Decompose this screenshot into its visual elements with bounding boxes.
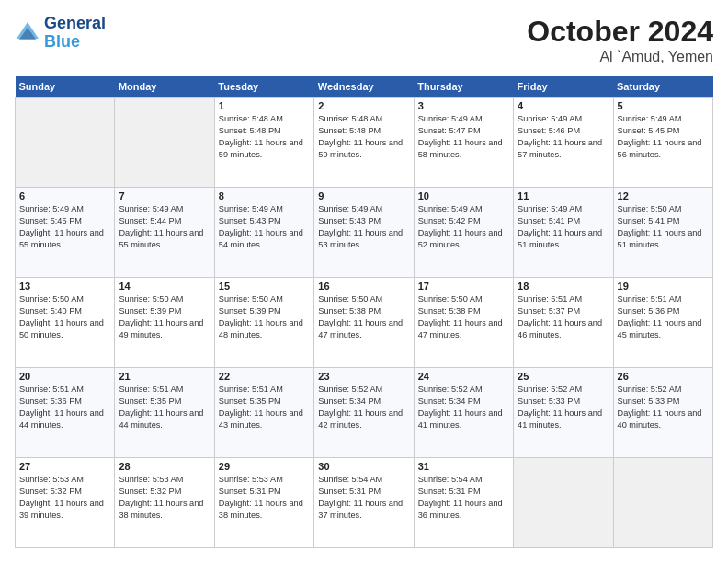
day-info: Sunrise: 5:53 AM Sunset: 5:32 PM Dayligh…	[19, 474, 110, 522]
day-info: Sunrise: 5:53 AM Sunset: 5:32 PM Dayligh…	[119, 474, 210, 522]
day-info: Sunrise: 5:54 AM Sunset: 5:31 PM Dayligh…	[318, 474, 409, 522]
weekday-header-monday: Monday	[115, 76, 214, 98]
calendar-cell: 8Sunrise: 5:49 AM Sunset: 5:43 PM Daylig…	[214, 188, 313, 278]
day-info: Sunrise: 5:49 AM Sunset: 5:47 PM Dayligh…	[418, 113, 509, 161]
day-info: Sunrise: 5:49 AM Sunset: 5:46 PM Dayligh…	[518, 113, 609, 161]
day-info: Sunrise: 5:49 AM Sunset: 5:41 PM Dayligh…	[518, 203, 609, 251]
weekday-header-friday: Friday	[514, 76, 613, 98]
page: GeneralBlue October 2024 Al `Amud, Yemen…	[0, 0, 728, 563]
day-number: 14	[119, 281, 210, 292]
calendar-cell: 4Sunrise: 5:49 AM Sunset: 5:46 PM Daylig…	[514, 98, 613, 188]
day-info: Sunrise: 5:49 AM Sunset: 5:45 PM Dayligh…	[19, 203, 110, 251]
calendar-cell: 11Sunrise: 5:49 AM Sunset: 5:41 PM Dayli…	[514, 188, 613, 278]
calendar-cell: 13Sunrise: 5:50 AM Sunset: 5:40 PM Dayli…	[16, 278, 115, 368]
calendar-cell: 20Sunrise: 5:51 AM Sunset: 5:36 PM Dayli…	[16, 368, 115, 458]
day-number: 8	[219, 190, 310, 201]
day-number: 17	[418, 281, 509, 292]
day-info: Sunrise: 5:49 AM Sunset: 5:44 PM Dayligh…	[119, 203, 210, 251]
day-number: 12	[618, 190, 709, 201]
day-info: Sunrise: 5:51 AM Sunset: 5:35 PM Dayligh…	[219, 384, 310, 431]
day-number: 30	[318, 461, 409, 472]
day-number: 21	[119, 371, 210, 382]
day-info: Sunrise: 5:52 AM Sunset: 5:34 PM Dayligh…	[418, 384, 509, 431]
day-info: Sunrise: 5:48 AM Sunset: 5:48 PM Dayligh…	[219, 113, 310, 161]
calendar-week-row: 27Sunrise: 5:53 AM Sunset: 5:32 PM Dayli…	[16, 458, 713, 548]
calendar-cell: 16Sunrise: 5:50 AM Sunset: 5:38 PM Dayli…	[314, 278, 414, 368]
calendar-cell	[115, 98, 214, 188]
day-number: 1	[219, 100, 310, 111]
logo: GeneralBlue	[15, 15, 106, 52]
logo-line2: Blue	[44, 32, 80, 51]
calendar-cell: 22Sunrise: 5:51 AM Sunset: 5:35 PM Dayli…	[214, 368, 313, 458]
calendar-week-row: 1Sunrise: 5:48 AM Sunset: 5:48 PM Daylig…	[16, 98, 713, 188]
weekday-header-row: SundayMondayTuesdayWednesdayThursdayFrid…	[16, 76, 713, 98]
day-number: 15	[219, 281, 310, 292]
calendar-cell	[613, 458, 712, 548]
calendar-week-row: 13Sunrise: 5:50 AM Sunset: 5:40 PM Dayli…	[16, 278, 713, 368]
calendar-cell: 2Sunrise: 5:48 AM Sunset: 5:48 PM Daylig…	[314, 98, 414, 188]
day-number: 18	[518, 281, 609, 292]
weekday-header-tuesday: Tuesday	[214, 76, 313, 98]
calendar-cell: 27Sunrise: 5:53 AM Sunset: 5:32 PM Dayli…	[16, 458, 115, 548]
day-number: 22	[219, 371, 310, 382]
day-info: Sunrise: 5:50 AM Sunset: 5:41 PM Dayligh…	[618, 203, 709, 251]
day-info: Sunrise: 5:53 AM Sunset: 5:31 PM Dayligh…	[219, 474, 310, 522]
calendar-cell: 7Sunrise: 5:49 AM Sunset: 5:44 PM Daylig…	[115, 188, 214, 278]
calendar-cell: 26Sunrise: 5:52 AM Sunset: 5:33 PM Dayli…	[613, 368, 712, 458]
weekday-header-saturday: Saturday	[613, 76, 712, 98]
calendar-cell: 24Sunrise: 5:52 AM Sunset: 5:34 PM Dayli…	[414, 368, 513, 458]
day-number: 24	[418, 371, 509, 382]
day-number: 13	[19, 281, 110, 292]
calendar-cell: 30Sunrise: 5:54 AM Sunset: 5:31 PM Dayli…	[314, 458, 414, 548]
calendar-cell	[16, 98, 115, 188]
calendar-cell: 1Sunrise: 5:48 AM Sunset: 5:48 PM Daylig…	[214, 98, 313, 188]
calendar-cell: 5Sunrise: 5:49 AM Sunset: 5:45 PM Daylig…	[613, 98, 712, 188]
calendar-cell: 25Sunrise: 5:52 AM Sunset: 5:33 PM Dayli…	[514, 368, 613, 458]
calendar-title: October 2024	[527, 15, 713, 49]
calendar-cell: 28Sunrise: 5:53 AM Sunset: 5:32 PM Dayli…	[115, 458, 214, 548]
day-number: 27	[19, 461, 110, 472]
day-number: 23	[318, 371, 409, 382]
calendar-cell: 19Sunrise: 5:51 AM Sunset: 5:36 PM Dayli…	[613, 278, 712, 368]
day-info: Sunrise: 5:50 AM Sunset: 5:40 PM Dayligh…	[19, 293, 110, 341]
calendar-cell: 10Sunrise: 5:49 AM Sunset: 5:42 PM Dayli…	[414, 188, 513, 278]
day-number: 4	[518, 100, 609, 111]
day-info: Sunrise: 5:52 AM Sunset: 5:33 PM Dayligh…	[518, 384, 609, 431]
calendar-cell: 21Sunrise: 5:51 AM Sunset: 5:35 PM Dayli…	[115, 368, 214, 458]
logo-text: GeneralBlue	[44, 15, 106, 52]
day-number: 7	[119, 190, 210, 201]
calendar-table: SundayMondayTuesdayWednesdayThursdayFrid…	[15, 76, 713, 548]
day-info: Sunrise: 5:50 AM Sunset: 5:38 PM Dayligh…	[318, 293, 409, 341]
day-info: Sunrise: 5:50 AM Sunset: 5:39 PM Dayligh…	[119, 293, 210, 341]
weekday-header-wednesday: Wednesday	[314, 76, 414, 98]
day-info: Sunrise: 5:49 AM Sunset: 5:43 PM Dayligh…	[219, 203, 310, 251]
weekday-header-sunday: Sunday	[16, 76, 115, 98]
day-info: Sunrise: 5:49 AM Sunset: 5:45 PM Dayligh…	[618, 113, 709, 161]
day-number: 16	[318, 281, 409, 292]
day-number: 11	[518, 190, 609, 201]
title-block: October 2024 Al `Amud, Yemen	[527, 15, 713, 65]
calendar-cell: 12Sunrise: 5:50 AM Sunset: 5:41 PM Dayli…	[613, 188, 712, 278]
day-info: Sunrise: 5:51 AM Sunset: 5:37 PM Dayligh…	[518, 293, 609, 341]
day-info: Sunrise: 5:52 AM Sunset: 5:34 PM Dayligh…	[318, 384, 409, 431]
day-number: 31	[418, 461, 509, 472]
calendar-cell: 9Sunrise: 5:49 AM Sunset: 5:43 PM Daylig…	[314, 188, 414, 278]
calendar-week-row: 20Sunrise: 5:51 AM Sunset: 5:36 PM Dayli…	[16, 368, 713, 458]
day-number: 9	[318, 190, 409, 201]
calendar-cell: 31Sunrise: 5:54 AM Sunset: 5:31 PM Dayli…	[414, 458, 513, 548]
day-number: 20	[19, 371, 110, 382]
day-info: Sunrise: 5:51 AM Sunset: 5:36 PM Dayligh…	[19, 384, 110, 431]
calendar-cell: 29Sunrise: 5:53 AM Sunset: 5:31 PM Dayli…	[214, 458, 313, 548]
day-number: 19	[618, 281, 709, 292]
calendar-cell: 23Sunrise: 5:52 AM Sunset: 5:34 PM Dayli…	[314, 368, 414, 458]
calendar-cell: 3Sunrise: 5:49 AM Sunset: 5:47 PM Daylig…	[414, 98, 513, 188]
day-info: Sunrise: 5:50 AM Sunset: 5:39 PM Dayligh…	[219, 293, 310, 341]
calendar-week-row: 6Sunrise: 5:49 AM Sunset: 5:45 PM Daylig…	[16, 188, 713, 278]
calendar-cell: 14Sunrise: 5:50 AM Sunset: 5:39 PM Dayli…	[115, 278, 214, 368]
day-info: Sunrise: 5:52 AM Sunset: 5:33 PM Dayligh…	[618, 384, 709, 431]
day-info: Sunrise: 5:50 AM Sunset: 5:38 PM Dayligh…	[418, 293, 509, 341]
day-info: Sunrise: 5:51 AM Sunset: 5:36 PM Dayligh…	[618, 293, 709, 341]
day-number: 2	[318, 100, 409, 111]
day-number: 10	[418, 190, 509, 201]
day-number: 5	[618, 100, 709, 111]
